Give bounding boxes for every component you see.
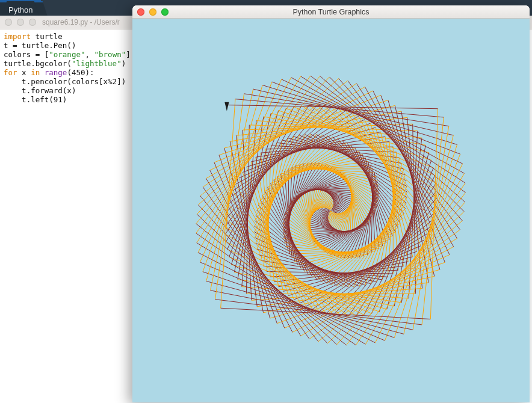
code-text: x (17, 68, 31, 77)
turtle-window-title: Python Turtle Graphics (132, 8, 530, 16)
code-text: colors = [ (4, 50, 49, 59)
code-text: t.forward(x) (4, 86, 76, 95)
code-text: t = turtle.Pen() (4, 41, 76, 50)
turtle-canvas (132, 19, 530, 402)
code-string: "brown" (94, 50, 126, 59)
minimize-icon[interactable] (17, 19, 24, 26)
close-icon[interactable] (5, 19, 12, 26)
code-text: ] (126, 50, 131, 59)
ide-tab-label: Python (8, 5, 32, 14)
code-kw: in (31, 68, 40, 77)
editor-title-text: square6.19.py - /Users/r (42, 18, 120, 26)
editor-traffic-lights (5, 19, 36, 26)
turtle-drawing (132, 19, 530, 402)
turtle-titlebar[interactable]: Python Turtle Graphics (132, 5, 530, 19)
code-string: "orange" (49, 50, 85, 59)
code-text: turtle (31, 32, 63, 41)
code-text: (450): (67, 68, 94, 77)
code-string: "lightblue" (72, 59, 122, 68)
code-text: t.left(91) (4, 95, 67, 104)
zoom-icon[interactable] (29, 19, 36, 26)
code-kw: for (4, 68, 17, 77)
code-kw: import (4, 32, 31, 41)
turtle-window[interactable]: Python Turtle Graphics (132, 5, 530, 402)
code-text: turtle.bgcolor( (4, 59, 72, 68)
code-fn: range (40, 68, 67, 77)
ide-tab-python[interactable]: Python (0, 0, 41, 16)
code-text: , (85, 50, 94, 59)
code-text: ) (122, 59, 126, 68)
code-text: t.pencolor(colors[x%2]) (4, 77, 126, 86)
